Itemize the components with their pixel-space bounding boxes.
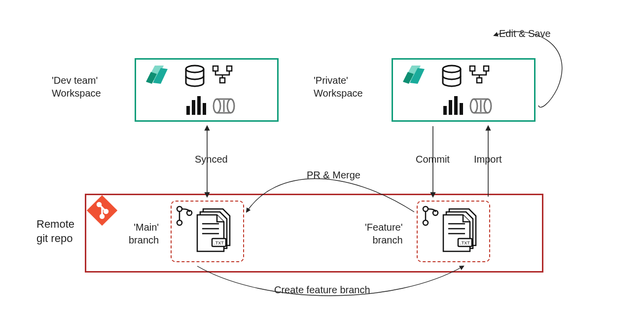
dev-workspace-label: 'Dev team' Workspace xyxy=(52,74,101,100)
commit-label: Commit xyxy=(416,153,450,166)
diagram-stage: 'Dev team' Workspace 'Private' Workspace… xyxy=(0,0,644,310)
synced-label: Synced xyxy=(195,153,228,166)
edit-save-label: Edit & Save xyxy=(499,27,551,40)
main-branch-label: 'Main' branch xyxy=(129,221,159,246)
main-branch-box xyxy=(171,201,244,262)
pr-merge-label: PR & Merge xyxy=(307,169,360,181)
import-label: Import xyxy=(474,153,502,166)
feature-branch-box xyxy=(417,201,490,262)
private-workspace-box xyxy=(392,58,536,122)
create-branch-label: Create feature branch xyxy=(274,283,370,296)
private-workspace-label: 'Private' Workspace xyxy=(314,74,363,100)
remote-repo-label: Remote git repo xyxy=(36,217,74,245)
dev-workspace-box xyxy=(135,58,279,122)
feature-branch-label: 'Feature' branch xyxy=(365,221,403,246)
